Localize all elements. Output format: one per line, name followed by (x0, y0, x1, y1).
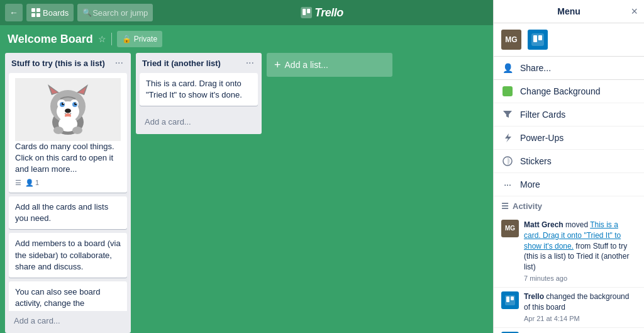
sticker-icon (501, 155, 514, 167)
add-card-label-1: Add a card... (14, 316, 60, 325)
svg-rect-5 (303, 9, 306, 15)
card-this-is-a-card[interactable]: This is a card. Drag it onto "Tried It" … (140, 73, 258, 106)
header-divider (111, 33, 112, 45)
list-title-1: Stuff to try (this is a list) (11, 59, 105, 68)
svg-rect-6 (307, 9, 310, 13)
card-icons: ☰ 👤 1 (15, 178, 121, 188)
card-board-activity[interactable]: You can also see board activity, change … (9, 281, 127, 311)
list-menu-button-1[interactable]: ··· (114, 58, 125, 68)
member-count: 1 (35, 178, 39, 188)
main-area: Welcome Board ☆ 🔒 Private Stuff to try (… (0, 25, 493, 333)
menu-item-more[interactable]: ··· More (494, 173, 644, 196)
grid-icon (31, 8, 40, 17)
trello-wordmark: Trello (314, 6, 343, 20)
trello-mini-icon-2 (505, 295, 515, 305)
star-button[interactable]: ☆ (98, 34, 106, 44)
activity-time-2: Apr 21 at 4:14 PM (524, 314, 636, 324)
list-title-2: Tried it (another list) (142, 59, 221, 68)
activity-item-1: MG Matt Grech moved This is a card. Drag… (494, 216, 644, 288)
lightning-icon (501, 132, 514, 144)
private-button[interactable]: 🔒 Private (117, 31, 162, 47)
member-icon: 👤 (25, 178, 34, 188)
svg-rect-33 (511, 296, 514, 300)
card-add-cards[interactable]: Add all the cards and lists you need. (9, 196, 127, 229)
checklist-icon: ☰ (15, 178, 21, 188)
trello-board-icon (531, 33, 544, 46)
menu-sidebar: Menu × MG 👤 (493, 0, 644, 333)
add-card-label-2: Add a card... (145, 117, 191, 127)
more-label: More (520, 179, 540, 189)
menu-share-item[interactable]: 👤 Share... (494, 57, 644, 80)
activity-item-3: Trello disabled self join on this board … (494, 328, 644, 333)
boards-label: Boards (43, 8, 69, 18)
card-text-tried: This is a card. Drag it onto "Tried It" … (146, 79, 242, 99)
board-area: ← Boards 🔍 Trello (0, 0, 644, 333)
card-husky[interactable]: Cards do many cool things. Click on this… (9, 73, 127, 193)
card-text-husky: Cards do many cool things. Click on this… (15, 142, 114, 174)
menu-item-change-bg[interactable]: Change Background (494, 80, 644, 103)
trello-icon (301, 7, 312, 18)
board-title: Welcome Board (8, 33, 93, 46)
activity-header: ☰ Activity (494, 196, 644, 216)
list-stuff-to-try: Stuff to try (this is a list) ··· (5, 53, 131, 333)
checklist-icon-item: ☰ (15, 178, 21, 188)
svg-rect-32 (506, 296, 509, 302)
card-text-3: Add members to a board (via the sidebar)… (15, 239, 121, 271)
svg-rect-29 (538, 35, 542, 40)
husky-illustration (43, 81, 93, 138)
add-card-button-1[interactable]: Add a card... (8, 312, 128, 329)
power-ups-label: Power-Ups (520, 133, 564, 143)
board-header: Welcome Board ☆ 🔒 Private (0, 25, 493, 53)
menu-item-filter-cards[interactable]: Filter Cards (494, 103, 644, 127)
member-icon-item: 👤 1 (25, 178, 39, 188)
list-cards-2: This is a card. Drag it onto "Tried It" … (136, 71, 262, 112)
back-icon: ← (9, 8, 18, 18)
list-menu-button-2[interactable]: ··· (245, 58, 255, 68)
add-list-label: Add a list... (285, 60, 328, 70)
add-list-icon: + (274, 59, 281, 72)
card-image (15, 78, 121, 141)
menu-close-button[interactable]: × (631, 6, 638, 17)
activity-user-2: Trello (524, 292, 544, 301)
menu-title: Menu (557, 6, 580, 16)
svg-rect-3 (36, 13, 40, 17)
menu-item-stickers[interactable]: Stickers (494, 150, 644, 173)
svg-point-21 (75, 103, 77, 104)
close-icon: × (631, 5, 638, 18)
activity-icon: ☰ (501, 201, 509, 211)
list-tried-it: Tried it (another list) ··· This is a ca… (136, 53, 262, 134)
svg-point-26 (72, 127, 82, 134)
menu-item-power-ups[interactable]: Power-Ups (494, 127, 644, 150)
add-card-button-2[interactable]: Add a card... (138, 113, 259, 130)
back-button[interactable]: ← (5, 4, 23, 21)
svg-rect-4 (301, 7, 312, 18)
trello-logo: Trello (301, 6, 343, 20)
boards-button[interactable]: Boards (26, 4, 74, 21)
activity-label: Activity (513, 201, 542, 211)
person-icon: 👤 (501, 62, 514, 74)
activity-avatar-label-1: MG (505, 224, 515, 233)
list-cards-1: Cards do many cool things. Click on this… (5, 71, 131, 311)
svg-rect-1 (36, 8, 40, 12)
menu-header: Menu × (494, 0, 644, 23)
card-text-2: Add all the cards and lists you need. (15, 202, 108, 223)
add-list-button[interactable]: + Add a list... (267, 53, 392, 77)
svg-rect-2 (31, 13, 35, 17)
menu-board-icon (528, 30, 548, 50)
change-bg-icon (501, 85, 514, 98)
card-add-members[interactable]: Add members to a board (via the sidebar)… (9, 233, 127, 278)
activity-user-1: Matt Grech (524, 220, 564, 229)
menu-avatar-label: MG (505, 35, 517, 44)
activity-avatar-mg: MG (501, 220, 519, 237)
svg-point-20 (63, 103, 64, 104)
svg-rect-0 (31, 8, 35, 12)
stickers-label: Stickers (520, 156, 552, 166)
change-bg-label: Change Background (520, 86, 601, 96)
menu-body: MG 👤 Share... (494, 23, 644, 333)
card-text-4: You can also see board activity, change … (15, 287, 100, 311)
menu-user-avatar: MG (501, 30, 521, 50)
activity-text-1: Matt Grech moved This is a card. Drag it… (524, 220, 636, 283)
svg-point-22 (65, 109, 71, 113)
private-label: Private (134, 35, 157, 43)
activity-avatar-trello-2 (501, 291, 519, 309)
